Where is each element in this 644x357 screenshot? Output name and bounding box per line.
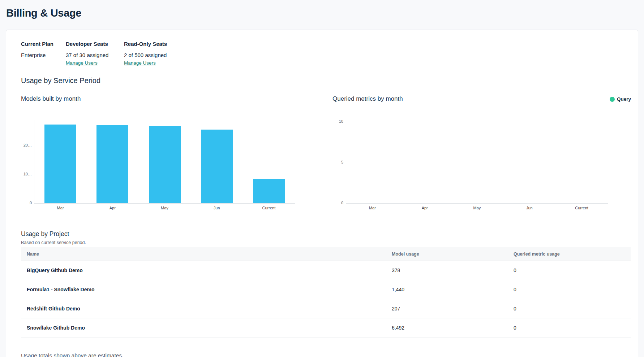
- table-header-row: Name Model usage Queried metric usage: [21, 247, 631, 261]
- x-label-jun: Jun: [503, 206, 555, 210]
- x-label-may: May: [138, 206, 190, 210]
- x-label-mar: Mar: [346, 206, 399, 210]
- query-legend-label: Query: [617, 96, 631, 102]
- developer-seats-label: Developer Seats: [66, 41, 108, 47]
- chart-legend: Query: [610, 96, 631, 102]
- billing-usage-page: Billing & Usage Current Plan Developer S…: [0, 0, 644, 357]
- metrics-chart-tick-10: 10: [332, 119, 343, 123]
- models-chart-tick-0: 0: [20, 201, 32, 205]
- usage-by-service-period-title: Usage by Service Period: [21, 77, 100, 85]
- page-title: Billing & Usage: [6, 6, 81, 19]
- bar-jun: [201, 130, 233, 203]
- models-built-chart-title: Models built by month: [21, 95, 81, 103]
- queried-metrics-chart-title: Queried metrics by month: [332, 95, 403, 103]
- column-header-model-usage: Model usage: [386, 247, 508, 261]
- metrics-chart-months: MarAprMayJunCurrent: [346, 206, 608, 211]
- column-header-queried-metric-usage: Queried metric usage: [508, 247, 631, 261]
- manage-readonly-users-link[interactable]: Manage Users: [124, 60, 156, 66]
- usage-by-project-subtitle: Based on current service period.: [21, 240, 86, 245]
- developer-seats-value: 37 of 30 assigned: [66, 52, 108, 58]
- x-label-apr: Apr: [86, 206, 138, 210]
- models-chart-months: MarAprMayJunCurrent: [34, 206, 295, 211]
- readonly-seats-label: Read-Only Seats: [124, 41, 167, 47]
- table-row: Redshift Github Demo 207 0: [21, 299, 631, 318]
- query-legend-dot-icon: [610, 97, 615, 102]
- queried-metric-usage-value: 0: [508, 280, 631, 299]
- queried-metric-usage-value: 0: [508, 318, 631, 338]
- metrics-chart-bars: [346, 122, 608, 203]
- metrics-chart-tick-0: 0: [332, 201, 343, 205]
- model-usage-value: 378: [386, 261, 508, 280]
- current-plan-value: Enterprise: [21, 52, 46, 58]
- usage-estimates-note: Usage totals shown above are estimates.: [21, 352, 123, 357]
- models-chart-x-axis-line: [34, 203, 295, 204]
- project-name: Redshift Github Demo: [21, 299, 386, 318]
- project-name: Formula1 - Snowflake Demo: [21, 280, 386, 299]
- bottom-divider: [21, 347, 631, 347]
- metrics-chart-tick-5: 5: [332, 160, 343, 164]
- x-label-mar: Mar: [34, 206, 86, 210]
- models-chart-bars: [34, 119, 295, 203]
- project-name: Snowflake Github Demo: [21, 318, 386, 338]
- readonly-seats-value: 2 of 500 assigned: [124, 52, 167, 58]
- x-label-current: Current: [555, 206, 608, 210]
- bar-apr: [96, 125, 128, 203]
- column-header-name: Name: [21, 247, 386, 261]
- model-usage-value: 1,440: [386, 280, 508, 299]
- x-label-jun: Jun: [191, 206, 243, 210]
- table-row: BigQuery Github Demo 378 0: [21, 261, 631, 280]
- metrics-chart-x-axis-line: [346, 203, 608, 204]
- table-row: Snowflake Github Demo 6,492 0: [21, 318, 631, 338]
- usage-by-project-title: Usage by Project: [21, 230, 69, 238]
- bar-current: [253, 179, 285, 203]
- model-usage-value: 6,492: [386, 318, 508, 338]
- queried-metric-usage-value: 0: [508, 261, 631, 280]
- bar-may: [149, 126, 181, 203]
- current-plan-label: Current Plan: [21, 41, 53, 47]
- model-usage-value: 207: [386, 299, 508, 318]
- models-chart-tick-20k: 20…: [20, 143, 32, 147]
- queried-metric-usage-value: 0: [508, 299, 631, 318]
- manage-developer-users-link[interactable]: Manage Users: [66, 60, 98, 66]
- bar-mar: [44, 125, 76, 203]
- models-chart-tick-10k: 10…: [20, 172, 32, 176]
- table-row: Formula1 - Snowflake Demo 1,440 0: [21, 280, 631, 299]
- x-label-apr: Apr: [399, 206, 451, 210]
- x-label-current: Current: [243, 206, 295, 210]
- x-label-may: May: [451, 206, 503, 210]
- project-name: BigQuery Github Demo: [21, 261, 386, 280]
- project-usage-table: Name Model usage Queried metric usage Bi…: [21, 247, 631, 338]
